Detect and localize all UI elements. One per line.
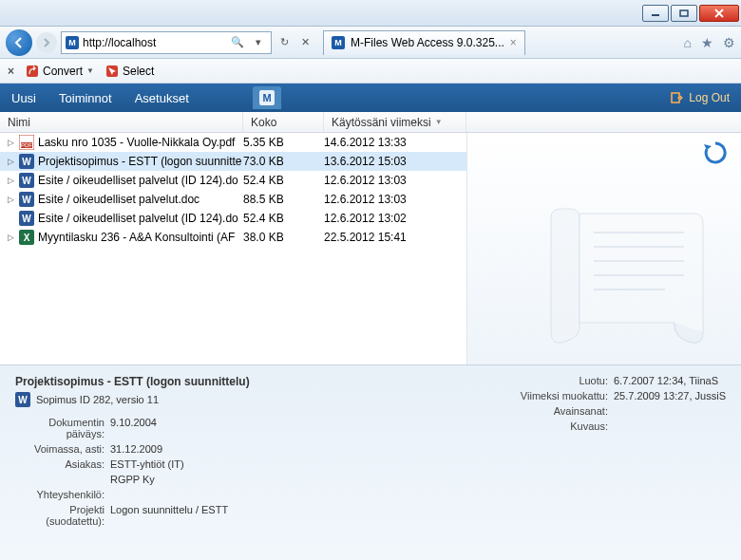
expand-icon[interactable]: ▷ [6, 233, 15, 242]
file-size: 73.0 KB [243, 155, 324, 168]
file-name: Esite / oikeudelliset palvelut (ID 124).… [38, 212, 243, 225]
window-minimize-button[interactable] [642, 5, 669, 22]
file-row[interactable]: WEsite / oikeudelliset palvelut (ID 124)… [0, 209, 466, 228]
file-date: 13.6.2012 15:03 [324, 155, 466, 168]
svg-rect-0 [652, 14, 659, 16]
file-size: 5.35 KB [243, 136, 324, 149]
metadata-row: Dokumentin päiväys:9.10.2004 [15, 417, 519, 439]
svg-text:W: W [22, 195, 31, 205]
svg-rect-2 [27, 65, 38, 77]
details-pane: Projektisopimus - ESTT (logon suunnittel… [0, 364, 741, 560]
file-size: 52.4 KB [243, 174, 324, 187]
window-maximize-button[interactable] [671, 5, 697, 22]
file-date: 22.5.2012 15:41 [324, 231, 466, 244]
metadata-row: Yhteyshenkilö: [15, 489, 519, 500]
details-title: Projektisopimus - ESTT (logon suunnittel… [15, 375, 519, 388]
back-button[interactable] [6, 29, 32, 56]
tab-favicon: M [332, 36, 345, 49]
expand-icon[interactable]: ▷ [6, 157, 15, 166]
addon-toolbar: × Convert ▼ Select [0, 59, 741, 84]
word-icon: W [19, 173, 34, 188]
word-icon: W [19, 211, 34, 226]
file-row[interactable]: ▷WEsite / oikeudelliset palvelut (ID 124… [0, 171, 466, 190]
word-icon: W [19, 192, 34, 207]
svg-text:X: X [24, 233, 30, 243]
app-icon-tab[interactable]: M [253, 86, 281, 109]
metadata-row: Voimassa, asti:31.12.2009 [15, 443, 519, 455]
file-date: 14.6.2012 13:33 [324, 136, 466, 149]
metadata-label: Luotu: [519, 375, 614, 386]
metadata-value: 31.12.2009 [110, 443, 162, 455]
sort-desc-icon: ▼ [435, 118, 443, 126]
metadata-row: Kuvaus: [519, 420, 726, 432]
svg-rect-1 [680, 10, 688, 16]
select-button[interactable]: Select [105, 65, 154, 78]
tab-title: M-Files Web Access 9.0.325... [351, 36, 504, 49]
expand-icon[interactable]: ▷ [6, 176, 15, 185]
file-date: 12.6.2012 13:02 [324, 212, 466, 225]
forward-button[interactable] [36, 32, 57, 53]
metadata-row: Projekti (suodatettu):Logon suunnittelu … [15, 504, 519, 527]
window-titlebar [0, 0, 741, 27]
favorites-icon[interactable]: ★ [701, 35, 713, 50]
pdf-icon: PDF [19, 135, 34, 150]
logout-icon [670, 91, 683, 104]
expand-icon[interactable]: ▷ [6, 195, 15, 204]
browser-tab[interactable]: M M-Files Web Access 9.0.325... × [323, 30, 525, 55]
expand-icon[interactable]: ▷ [6, 138, 15, 147]
dropdown-icon[interactable]: ▾ [250, 36, 267, 48]
stop-icon[interactable]: ✕ [296, 36, 314, 48]
column-header-row: Nimi Koko Käytössäni viimeksi ▼ [0, 112, 741, 133]
metadata-value: 9.10.2004 [110, 417, 157, 439]
file-row[interactable]: ▷WEsite / oikeudelliset palvelut.doc88.5… [0, 190, 466, 209]
menu-settings[interactable]: Asetukset [135, 91, 189, 105]
svg-text:W: W [18, 395, 28, 405]
file-list: ▷PDFLasku nro 1035 - Vuolle-Nikkala Oy.p… [0, 133, 466, 364]
svg-text:W: W [22, 176, 31, 186]
menu-actions[interactable]: Toiminnot [59, 91, 112, 105]
excel-icon: X [19, 230, 34, 245]
convert-button[interactable]: Convert ▼ [26, 65, 94, 78]
file-date: 12.6.2012 13:03 [324, 174, 466, 187]
search-icon[interactable]: 🔍 [229, 36, 246, 48]
metadata-row: Avainsanat: [519, 405, 726, 417]
file-name: Lasku nro 1035 - Vuolle-Nikkala Oy.pdf [38, 136, 243, 149]
preview-pane [466, 133, 741, 364]
site-favicon: M [66, 36, 79, 49]
svg-text:PDF: PDF [21, 142, 32, 148]
file-row[interactable]: ▷PDFLasku nro 1035 - Vuolle-Nikkala Oy.p… [0, 133, 466, 152]
browser-navbar: M 🔍 ▾ ↻ ✕ M M-Files Web Access 9.0.325..… [0, 27, 741, 59]
logout-button[interactable]: Log Out [670, 91, 730, 104]
metadata-value: ESTT-yhtiöt (IT) [110, 458, 184, 470]
home-icon[interactable]: ⌂ [684, 35, 692, 50]
document-scroll-image [532, 190, 722, 361]
column-header-name[interactable]: Nimi [0, 112, 243, 132]
details-subtitle: W Sopimus ID 282, versio 11 [15, 392, 519, 407]
column-header-date[interactable]: Käytössäni viimeksi ▼ [324, 112, 466, 132]
metadata-value: 25.7.2009 13:27, JussiS [614, 390, 726, 401]
metadata-row: Viimeksi muokattu:25.7.2009 13:27, Jussi… [519, 390, 726, 401]
menu-new[interactable]: Uusi [11, 91, 36, 105]
file-size: 52.4 KB [243, 212, 324, 225]
tools-icon[interactable]: ⚙ [723, 35, 735, 50]
metadata-value: RGPP Ky [110, 474, 155, 485]
file-name: Myyntilasku 236 - A&A Konsultointi (AF [38, 231, 243, 244]
metadata-label: Dokumentin päiväys: [15, 417, 110, 439]
file-row[interactable]: ▷XMyyntilasku 236 - A&A Konsultointi (AF… [0, 228, 466, 247]
addon-close-icon[interactable]: × [8, 65, 14, 78]
metadata-value: 6.7.2007 12:34, TiinaS [614, 375, 718, 386]
metadata-label: Yhteyshenkilö: [15, 489, 110, 500]
metadata-row: Asiakas:ESTT-yhtiöt (IT) [15, 458, 519, 470]
svg-text:W: W [22, 157, 31, 167]
metadata-label: Projekti (suodatettu): [15, 504, 110, 527]
tab-close-icon[interactable]: × [510, 36, 517, 49]
window-close-button[interactable] [699, 5, 739, 22]
metadata-label: Asiakas: [15, 458, 110, 470]
url-input[interactable] [83, 36, 225, 49]
column-header-size[interactable]: Koko [243, 112, 324, 132]
file-row[interactable]: ▷WProjektisopimus - ESTT (logon suunnitt… [0, 152, 466, 171]
address-bar[interactable]: M 🔍 ▾ [61, 31, 272, 54]
file-size: 38.0 KB [243, 231, 324, 244]
refresh-icon[interactable] [703, 140, 728, 165]
refresh-icon[interactable]: ↻ [276, 36, 293, 48]
